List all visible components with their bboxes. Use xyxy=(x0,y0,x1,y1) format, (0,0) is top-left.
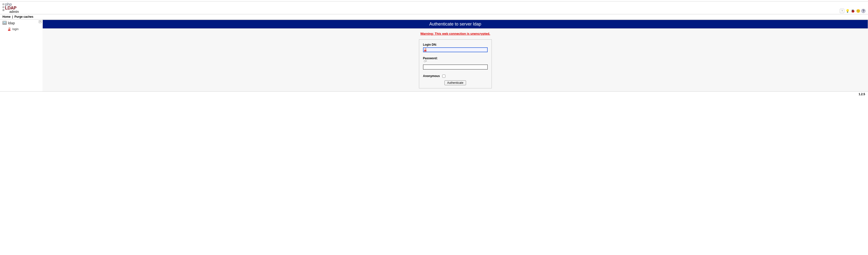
app-header: ⊟ ⊟ ⊞ php LDAP admin ? 💡 🐞 🙂 ? xyxy=(0,1,868,14)
login-dn-input[interactable] xyxy=(423,47,488,52)
toolbar-purge-link[interactable]: Purge caches xyxy=(14,15,33,19)
password-icon xyxy=(424,59,427,62)
hint-icon[interactable]: 💡 xyxy=(845,9,849,13)
sidebar: + ldap login xyxy=(0,20,42,91)
toolbar-home-link[interactable]: Home xyxy=(2,15,10,19)
anonymous-label: Anonymous xyxy=(423,74,440,78)
logo-decor: ⊟ ⊟ ⊞ xyxy=(2,2,4,12)
toolbar-separator: | xyxy=(12,15,13,19)
password-input[interactable] xyxy=(423,65,488,69)
login-dn-label: Login DN: xyxy=(423,43,488,47)
password-label: Password: xyxy=(423,57,488,60)
donate-icon[interactable]: 🙂 xyxy=(856,9,860,13)
question-icon[interactable]: ? xyxy=(861,9,866,13)
sidebar-server-row[interactable]: ldap xyxy=(2,21,41,25)
main-panel: Authenticate to server ldap Warning: Thi… xyxy=(42,20,868,91)
bug-icon[interactable]: 🐞 xyxy=(850,9,855,13)
authenticate-button[interactable]: Authenticate xyxy=(444,80,466,85)
anonymous-checkbox[interactable] xyxy=(442,75,445,78)
footer-version: 1.2.5 xyxy=(0,91,868,98)
sidebar-login-label: login xyxy=(12,27,19,31)
login-dn-icon xyxy=(424,48,427,52)
toolbar: Home | Purge caches xyxy=(0,14,868,20)
login-form: Login DN: Password: Anonymous xyxy=(419,39,492,88)
logo-line-admin: admin xyxy=(9,10,19,13)
page-title: Authenticate to server ldap xyxy=(43,20,868,28)
server-icon xyxy=(2,21,7,25)
user-icon xyxy=(8,27,11,31)
unencrypted-warning[interactable]: Warning: This web connection is unencryp… xyxy=(421,32,490,35)
sidebar-login-link[interactable]: login xyxy=(8,27,41,31)
app-logo: ⊟ ⊟ ⊞ php LDAP admin xyxy=(2,2,19,13)
sidebar-server-name: ldap xyxy=(8,21,15,25)
help-icon[interactable]: ? xyxy=(840,9,844,13)
sidebar-expand-button[interactable]: + xyxy=(39,20,41,23)
header-icon-bar: ? 💡 🐞 🙂 ? xyxy=(840,9,866,13)
